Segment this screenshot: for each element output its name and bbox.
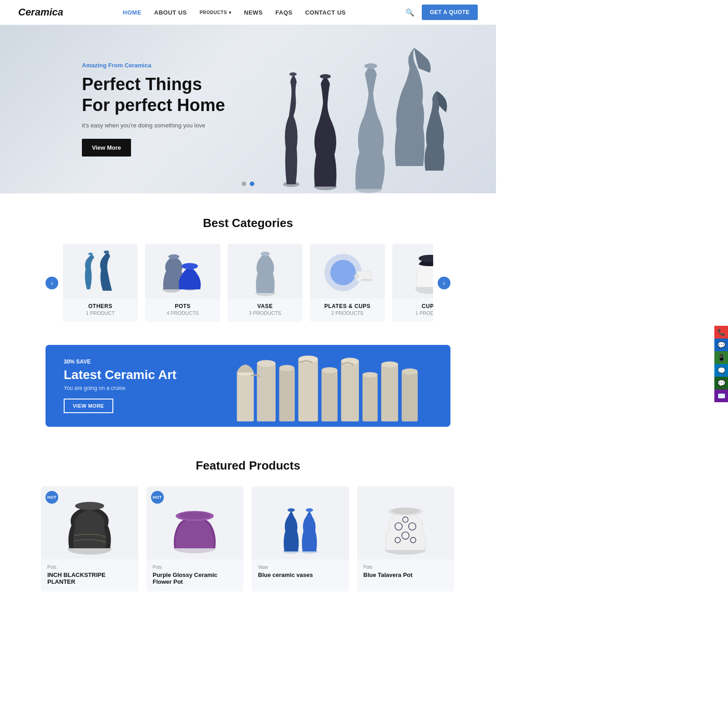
svg-point-11 <box>182 263 198 269</box>
dropdown-arrow-icon: ▾ <box>229 10 232 15</box>
categories-prev-button[interactable]: ‹ <box>46 277 58 289</box>
nav-faqs[interactable]: FAQS <box>275 9 292 16</box>
svg-rect-23 <box>257 364 275 421</box>
product-category-1: Pots <box>47 565 132 570</box>
product-card-2[interactable]: HOT Pots Purple Glossy Ceramic Flower Po… <box>147 486 244 592</box>
category-others[interactable]: OTHERS 1 PRODUCT <box>63 244 138 322</box>
svg-point-6 <box>88 253 93 255</box>
category-others-count: 1 PRODUCT <box>63 310 138 316</box>
product-info-3: Vase Blue ceramic vases <box>252 559 349 585</box>
search-icon[interactable]: 🔍 <box>405 8 415 17</box>
category-others-name: OTHERS <box>63 303 138 309</box>
product-category-2: Pots <box>153 565 238 570</box>
category-vase-name: VASE <box>228 303 303 309</box>
svg-rect-27 <box>298 359 318 421</box>
hero-title: Perfect Things For perfect Home <box>82 74 225 116</box>
svg-point-7 <box>104 251 109 254</box>
svg-point-9 <box>168 254 179 259</box>
logo[interactable]: Ceramica <box>18 6 63 18</box>
banner-content: 30% SAVE Latest Ceramic Art You are goin… <box>46 345 195 427</box>
hero-dot-2[interactable] <box>250 182 254 186</box>
product-card-4[interactable]: Pots Blue Talavera Pot <box>357 486 455 592</box>
product-info-2: Pots Purple Glossy Ceramic Flower Pot <box>147 559 244 592</box>
category-plates-image <box>310 244 385 298</box>
hero-section: Amazing From Ceramica Perfect Things For… <box>0 25 496 193</box>
category-plates[interactable]: PLATES & CUPS 2 PRODUCTS <box>310 244 385 322</box>
svg-point-5 <box>364 63 377 69</box>
products-grid: HOT Pots INCH BLACKSTRIPE PLANTER HOT <box>41 486 455 592</box>
svg-point-36 <box>381 361 398 368</box>
banner-title: Latest Ceramic Art <box>64 368 177 382</box>
svg-point-15 <box>330 260 356 285</box>
svg-point-38 <box>401 369 417 375</box>
hero-cta-button[interactable]: View More <box>82 139 131 157</box>
svg-point-13 <box>261 252 270 256</box>
svg-point-34 <box>362 372 377 378</box>
banner-save-label: 30% SAVE <box>64 359 177 365</box>
svg-rect-21 <box>237 373 253 422</box>
category-plates-count: 2 PRODUCTS <box>310 310 385 316</box>
category-plates-name: PLATES & CUPS <box>310 303 385 309</box>
svg-point-30 <box>321 367 337 374</box>
categories-title: Best Categories <box>46 216 450 230</box>
hero-subtitle: Amazing From Ceramica <box>82 62 225 69</box>
product-image-4 <box>357 486 455 559</box>
svg-point-47 <box>306 508 313 512</box>
nav-about[interactable]: ABOUT US <box>154 9 187 16</box>
svg-point-1 <box>289 72 297 76</box>
categories-section: Best Categories ‹ OTHERS 1 PRODUCT <box>0 193 496 345</box>
header-right: 🔍 GET A QUOTE <box>405 5 478 20</box>
hot-badge-2: HOT <box>151 491 164 504</box>
nav-news[interactable]: NEWS <box>244 9 263 16</box>
category-pots-count: 4 PRODUCTS <box>145 310 220 316</box>
hero-description: it's easy when you're doing something yo… <box>82 122 225 129</box>
category-others-image <box>63 244 138 298</box>
banner-section: 30% SAVE Latest Ceramic Art You are goin… <box>46 345 450 427</box>
svg-rect-31 <box>341 361 359 421</box>
category-vase[interactable]: VASE 3 PRODUCTS <box>228 244 303 322</box>
hero-dot-1[interactable] <box>242 182 246 186</box>
hot-badge-1: HOT <box>46 491 58 504</box>
svg-point-46 <box>288 508 295 512</box>
banner-cta-button[interactable]: VIEW MORE <box>64 399 113 413</box>
nav-home[interactable]: HOME <box>123 9 142 16</box>
product-info-1: Pots INCH BLACKSTRIPE PLANTER <box>41 559 138 592</box>
svg-rect-25 <box>279 368 294 421</box>
categories-next-button[interactable]: › <box>438 277 450 289</box>
hero-content: Amazing From Ceramica Perfect Things For… <box>0 62 225 157</box>
featured-section: Featured Products HOT Pots INCH BLACKSTR… <box>0 450 496 614</box>
product-category-3: Vase <box>258 565 343 570</box>
product-category-4: Pots <box>364 565 448 570</box>
banner-image <box>228 345 451 427</box>
svg-point-20 <box>419 255 434 262</box>
get-quote-button[interactable]: GET A QUOTE <box>422 5 478 20</box>
category-cups-image <box>392 244 433 298</box>
svg-rect-35 <box>381 364 398 421</box>
svg-point-26 <box>279 365 294 371</box>
svg-rect-33 <box>362 375 377 422</box>
categories-scroll: OTHERS 1 PRODUCT POTS 4 PRODUCTS <box>63 244 433 322</box>
svg-point-18 <box>354 274 359 278</box>
hero-image <box>223 25 496 193</box>
category-cups-name: CUPS <box>392 303 433 309</box>
nav-products[interactable]: PRODUCTS ▾ <box>200 10 232 15</box>
banner-subtitle: You are going on a cruise <box>64 385 177 391</box>
product-name-4: Blue Talavera Pot <box>364 571 448 578</box>
svg-point-3 <box>320 74 331 79</box>
hero-vases-image <box>264 39 455 193</box>
featured-title: Featured Products <box>41 459 455 473</box>
category-pots[interactable]: POTS 4 PRODUCTS <box>145 244 220 322</box>
svg-rect-17 <box>361 279 372 281</box>
product-name-1: INCH BLACKSTRIPE PLANTER <box>47 571 132 585</box>
header: Ceramica HOME ABOUT US PRODUCTS ▾ NEWS F… <box>0 0 496 25</box>
category-vase-count: 3 PRODUCTS <box>228 310 303 316</box>
category-cups[interactable]: CUPS 1 PRODUCT <box>392 244 433 322</box>
category-pots-name: POTS <box>145 303 220 309</box>
svg-rect-29 <box>321 370 337 422</box>
svg-point-24 <box>257 360 275 367</box>
nav-contact[interactable]: CONTACT US <box>305 9 346 16</box>
product-card-3[interactable]: Vase Blue ceramic vases <box>252 486 349 592</box>
product-card-1[interactable]: HOT Pots INCH BLACKSTRIPE PLANTER <box>41 486 138 592</box>
product-info-4: Pots Blue Talavera Pot <box>357 559 455 585</box>
category-cups-count: 1 PRODUCT <box>392 310 433 316</box>
